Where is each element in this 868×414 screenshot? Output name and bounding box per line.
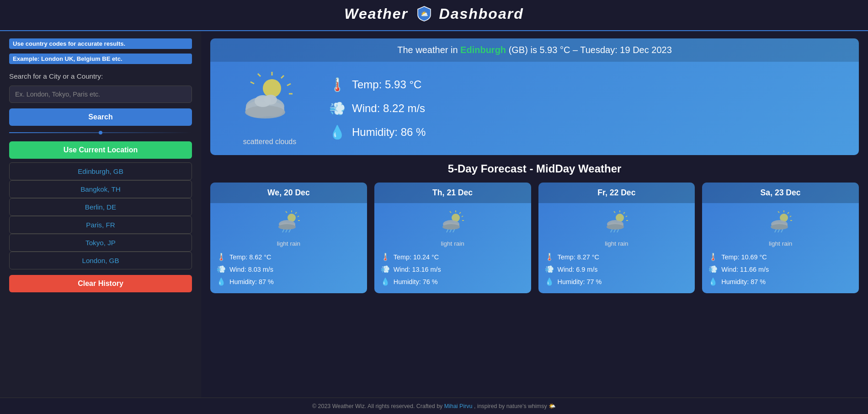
- svg-line-28: [459, 212, 461, 214]
- history-item[interactable]: Berlin, DE: [9, 198, 192, 216]
- forecast-wind-row: 💨 Wind: 6.9 m/s: [545, 265, 689, 274]
- footer-author-link[interactable]: Mihai Pirvu: [444, 403, 473, 409]
- svg-line-3: [287, 84, 291, 86]
- clear-history-button[interactable]: Clear History: [9, 275, 192, 292]
- svg-point-62: [771, 224, 788, 230]
- history-item[interactable]: Edinburgh, GB: [9, 162, 192, 180]
- country-code: GB: [511, 45, 525, 55]
- forecast-card-body: light rain 🌡️ Temp: 10.69 °C 💨 Wind: 11.…: [702, 203, 859, 293]
- app-header: Weather ⛅ Dashboard: [0, 0, 868, 31]
- rain-icon: [769, 210, 792, 237]
- search-input[interactable]: [9, 86, 192, 103]
- svg-line-5: [258, 74, 261, 76]
- forecast-section: 5-Day Forecast - MidDay Weather: [210, 162, 859, 175]
- svg-line-65: [781, 230, 783, 232]
- svg-line-54: [788, 212, 789, 214]
- history-item[interactable]: Paris, FR: [9, 216, 192, 234]
- svg-line-25: [286, 230, 287, 232]
- forecast-wind-row: 💨 Wind: 13.16 m/s: [381, 265, 525, 274]
- forecast-wind: Wind: 13.16 m/s: [394, 266, 441, 273]
- temp-stat-row: 🌡️ Temp: 5.93 °C: [329, 77, 845, 92]
- svg-line-31: [450, 211, 451, 213]
- svg-line-18: [286, 211, 287, 213]
- svg-line-26: [289, 230, 290, 232]
- history-list: Edinburgh, GBBangkok, THBerlin, DEParis,…: [9, 162, 192, 269]
- forecast-wind-row: 💨 Wind: 11.66 m/s: [708, 265, 852, 274]
- svg-point-7: [263, 79, 281, 97]
- forecast-temp-row: 🌡️ Temp: 10.69 °C: [708, 253, 852, 261]
- humidity-icon: 💧: [708, 277, 718, 286]
- svg-line-16: [298, 216, 299, 217]
- forecast-temp: Temp: 10.69 °C: [721, 253, 767, 261]
- history-item[interactable]: Tokyo, JP: [9, 234, 192, 252]
- search-button[interactable]: Search: [9, 108, 192, 126]
- forecast-humidity: Humidity: 76 %: [394, 278, 438, 285]
- weather-icon-area: scattered clouds: [224, 71, 315, 146]
- shield-icon: ⛅: [417, 12, 436, 24]
- forecast-description: light rain: [277, 240, 300, 247]
- humidity-stat-row: 💧 Humidity: 86 %: [329, 124, 845, 140]
- forecast-card-body: light rain 🌡️ Temp: 8.27 °C 💨 Wind: 6.9 …: [538, 203, 695, 293]
- banner-temp: is 5.93 °C: [530, 45, 570, 55]
- footer-text: © 2023 Weather Wiz. All rights reserved.…: [312, 403, 442, 409]
- forecast-wind: Wind: 8.03 m/s: [229, 266, 273, 273]
- forecast-humidity: Humidity: 87 %: [721, 278, 766, 285]
- title-weather: Weather: [344, 5, 408, 22]
- svg-text:⛅: ⛅: [419, 10, 429, 18]
- forecast-temp-row: 🌡️ Temp: 8.27 °C: [545, 253, 689, 261]
- history-item[interactable]: Bangkok, TH: [9, 180, 192, 198]
- forecast-temp: Temp: 8.27 °C: [558, 253, 599, 261]
- city-name: Edinburgh: [460, 45, 506, 55]
- weather-stats: 🌡️ Temp: 5.93 °C 💨 Wind: 8.22 m/s 💧 Humi…: [329, 77, 845, 140]
- main-layout: Use country codes for accurate results. …: [0, 31, 868, 398]
- forecast-title: 5-Day Forecast - MidDay Weather: [210, 162, 859, 175]
- forecast-description: light rain: [605, 240, 628, 247]
- humidity-value: Humidity: 86 %: [352, 126, 426, 139]
- svg-line-15: [295, 212, 297, 214]
- use-location-button[interactable]: Use Current Location: [9, 141, 192, 159]
- forecast-humidity-row: 💧 Humidity: 77 %: [545, 277, 689, 286]
- forecast-humidity-row: 💧 Humidity: 87 %: [217, 277, 361, 286]
- app-title: Weather ⛅ Dashboard: [344, 5, 523, 22]
- scattered-clouds-icon: [224, 71, 315, 134]
- svg-line-55: [790, 216, 791, 217]
- svg-line-44: [614, 211, 615, 213]
- wind-icon: 💨: [329, 101, 346, 116]
- forecast-grid: We, 20 Dec: [210, 183, 859, 293]
- svg-point-23: [278, 224, 296, 230]
- wind-stat-row: 💨 Wind: 8.22 m/s: [329, 101, 845, 116]
- forecast-description: light rain: [441, 240, 464, 247]
- forecast-card-date: We, 20 Dec: [210, 183, 367, 203]
- divider-dot: [99, 131, 102, 134]
- history-item[interactable]: London, GB: [9, 252, 192, 269]
- hint-country-codes: Use country codes for accurate results.: [9, 38, 192, 49]
- forecast-temp-row: 🌡️ Temp: 8.62 °C: [217, 253, 361, 261]
- forecast-humidity: Humidity: 77 %: [558, 278, 602, 285]
- wind-value: Wind: 8.22 m/s: [352, 102, 425, 115]
- footer: © 2023 Weather Wiz. All rights reserved.…: [0, 398, 868, 414]
- thermometer-icon: 🌡️: [381, 253, 390, 261]
- banner-text: The weather in: [397, 45, 458, 55]
- rain-icon: [441, 210, 464, 237]
- banner-header: The weather in Edinburgh (GB) is 5.93 °C…: [210, 38, 859, 62]
- thermometer-icon: 🌡️: [217, 253, 226, 261]
- svg-line-24: [282, 230, 284, 232]
- svg-line-64: [778, 230, 779, 232]
- forecast-wind: Wind: 11.66 m/s: [721, 266, 769, 273]
- hint-example: Example: London UK, Belgium BE etc.: [9, 54, 192, 64]
- current-weather-banner: The weather in Edinburgh (GB) is 5.93 °C…: [210, 38, 859, 155]
- forecast-temp-row: 🌡️ Temp: 10.24 °C: [381, 253, 525, 261]
- svg-point-49: [607, 224, 624, 230]
- humidity-icon: 💧: [381, 277, 390, 286]
- banner-date: Tuesday: 19 Dec 2023: [580, 45, 672, 55]
- forecast-card: Fr, 22 Dec: [538, 183, 695, 293]
- svg-point-36: [442, 224, 460, 230]
- wind-icon: 💨: [708, 265, 718, 274]
- forecast-card-date: Sa, 23 Dec: [702, 183, 859, 203]
- divider: [9, 132, 192, 133]
- wind-icon: 💨: [545, 265, 554, 274]
- forecast-wind: Wind: 6.9 m/s: [558, 266, 598, 273]
- title-dashboard: Dashboard: [439, 5, 524, 22]
- svg-line-42: [626, 216, 627, 217]
- main-content: The weather in Edinburgh (GB) is 5.93 °C…: [201, 31, 868, 398]
